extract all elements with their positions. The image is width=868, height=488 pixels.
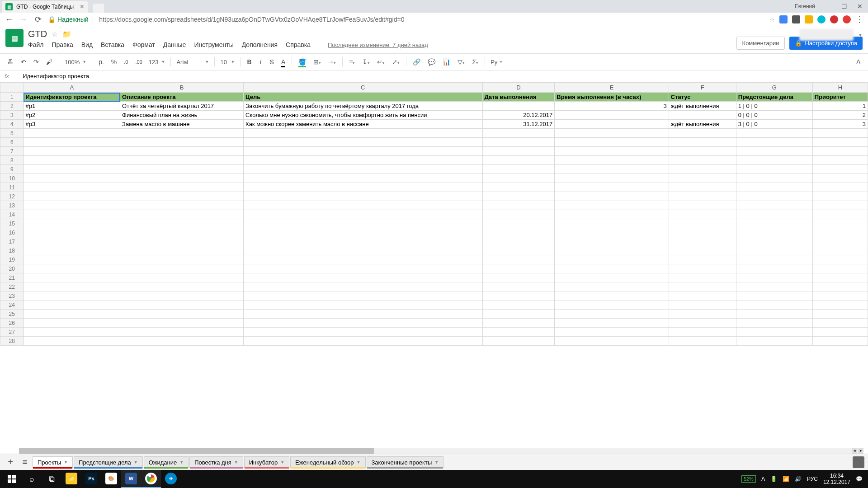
tray-expand-icon[interactable]: ᐱ [761, 476, 765, 482]
cell-G8[interactable] [736, 156, 812, 165]
cell-D24[interactable] [482, 300, 555, 310]
sheet-tab-menu-icon[interactable]: ▼ [179, 460, 184, 465]
sheet-tab[interactable]: Ожидание▼ [144, 456, 189, 468]
last-edit-link[interactable]: Последнее изменение: 7 дней назад [328, 42, 428, 48]
cell-E12[interactable] [555, 192, 669, 201]
cell-C28[interactable] [244, 337, 482, 346]
cell-C26[interactable] [244, 319, 482, 328]
sheet-tab[interactable]: Проекты▼ [33, 456, 73, 468]
cell-F2[interactable]: ждёт выполнения [669, 102, 736, 111]
cell-G12[interactable] [736, 192, 812, 201]
formula-bar[interactable]: fx Идентификатор проекта [0, 70, 868, 82]
cell-G4[interactable]: 3 | 0 | 0 [736, 120, 812, 129]
col-header-D[interactable]: D [482, 83, 555, 93]
sheet-tab-menu-icon[interactable]: ▼ [280, 460, 284, 465]
row-header-24[interactable]: 24 [0, 300, 24, 310]
row-header-22[interactable]: 22 [0, 282, 24, 291]
cell-H23[interactable] [812, 291, 868, 300]
cell-H27[interactable] [812, 328, 868, 337]
cell-E22[interactable] [555, 282, 669, 291]
rotate-icon[interactable]: ⤢▾ [389, 56, 402, 67]
cell-E3[interactable] [555, 111, 669, 120]
cell-D23[interactable] [482, 291, 555, 300]
cell-H25[interactable] [812, 310, 868, 319]
keyboard-lang[interactable]: РУС [807, 476, 818, 482]
row-header-8[interactable]: 8 [0, 156, 24, 165]
cell-F17[interactable] [669, 237, 736, 246]
cell-B8[interactable] [120, 156, 244, 165]
paint-format-icon[interactable]: 🖌 [43, 56, 55, 67]
cell-E8[interactable] [555, 156, 669, 165]
cell-H4[interactable]: 3 [812, 120, 868, 129]
cell-D1[interactable]: Дата выполнения [482, 93, 555, 102]
h-align-icon[interactable]: ≡▾ [346, 56, 358, 67]
cell-G25[interactable] [736, 310, 812, 319]
cell-C18[interactable] [244, 246, 482, 255]
add-sheet-icon[interactable]: + [4, 457, 17, 467]
cell-D26[interactable] [482, 319, 555, 328]
col-header-B[interactable]: B [120, 83, 244, 93]
cell-A2[interactable]: #p1 [24, 102, 120, 111]
comment-icon[interactable]: 💬 [425, 56, 438, 67]
cell-A4[interactable]: #p3 [24, 120, 120, 129]
cell-B4[interactable]: Замена масло в машине [120, 120, 244, 129]
cell-F1[interactable]: Статус [669, 93, 736, 102]
row-header-23[interactable]: 23 [0, 291, 24, 300]
cell-B10[interactable] [120, 174, 244, 183]
cell-F16[interactable] [669, 228, 736, 237]
cell-F5[interactable] [669, 129, 736, 138]
cell-A24[interactable] [24, 300, 120, 310]
bold-icon[interactable]: B [244, 56, 254, 67]
cell-C12[interactable] [244, 192, 482, 201]
star-doc-icon[interactable]: ☆ [52, 30, 58, 38]
ext-icon-3[interactable] [817, 15, 826, 23]
cell-F9[interactable] [669, 165, 736, 174]
cell-F11[interactable] [669, 183, 736, 192]
cell-A19[interactable] [24, 255, 120, 264]
sheets-logo-icon[interactable]: ▦ [5, 29, 24, 47]
cell-H17[interactable] [812, 237, 868, 246]
cell-H26[interactable] [812, 319, 868, 328]
cell-C1[interactable]: Цель [244, 93, 482, 102]
italic-icon[interactable]: I [256, 56, 265, 67]
cell-E7[interactable] [555, 147, 669, 156]
cell-C10[interactable] [244, 174, 482, 183]
cell-F12[interactable] [669, 192, 736, 201]
cell-A28[interactable] [24, 337, 120, 346]
cell-H13[interactable] [812, 201, 868, 210]
format-percent[interactable]: % [108, 56, 119, 67]
close-window-icon[interactable]: ✕ [857, 3, 863, 10]
volume-icon[interactable]: 🔊 [795, 476, 802, 482]
cell-F25[interactable] [669, 310, 736, 319]
cell-H16[interactable] [812, 228, 868, 237]
cell-G7[interactable] [736, 147, 812, 156]
cell-D20[interactable] [482, 264, 555, 273]
new-tab-button[interactable] [93, 4, 104, 13]
cell-B14[interactable] [120, 210, 244, 219]
cell-B1[interactable]: Описание проекта [120, 93, 244, 102]
cell-G18[interactable] [736, 246, 812, 255]
format-currency[interactable]: р. [96, 56, 107, 67]
cell-A9[interactable] [24, 165, 120, 174]
cell-B28[interactable] [120, 337, 244, 346]
cell-F28[interactable] [669, 337, 736, 346]
cell-E1[interactable]: Время выполнения (в часах) [555, 93, 669, 102]
row-header-17[interactable]: 17 [0, 237, 24, 246]
cell-G22[interactable] [736, 282, 812, 291]
cell-C13[interactable] [244, 201, 482, 210]
sheet-tab[interactable]: Законченные проекты▼ [367, 456, 444, 468]
menu-data[interactable]: Данные [163, 41, 186, 48]
cell-E28[interactable] [555, 337, 669, 346]
translate-ext-icon[interactable] [779, 15, 788, 23]
cell-H5[interactable] [812, 129, 868, 138]
cell-B23[interactable] [120, 291, 244, 300]
functions-icon[interactable]: Σ▾ [469, 56, 481, 67]
abp-ext-icon[interactable] [830, 15, 838, 23]
row-header-5[interactable]: 5 [0, 129, 24, 138]
cell-F27[interactable] [669, 328, 736, 337]
row-header-1[interactable]: 1 [0, 93, 24, 102]
cell-D18[interactable] [482, 246, 555, 255]
sheet-area[interactable]: ABCDEFGH1Идентификатор проектаОписание п… [0, 82, 868, 421]
scrollbar-thumb[interactable] [19, 448, 374, 454]
cell-D2[interactable] [482, 102, 555, 111]
